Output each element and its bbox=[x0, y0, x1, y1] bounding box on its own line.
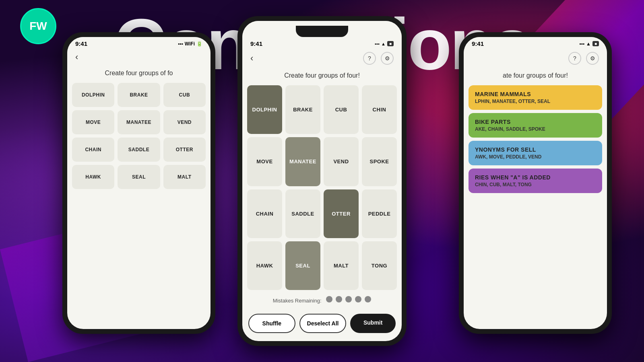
result-words-0: LPHIN, MANATEE, OTTER, SEAL bbox=[475, 99, 596, 104]
signal-bars-icon: ▪▪▪ bbox=[375, 41, 380, 46]
word-tile-spoke[interactable]: SPOKE bbox=[362, 137, 397, 186]
fw-logo: FW bbox=[20, 8, 56, 44]
center-nav-bar: ‹ ? ⚙ bbox=[242, 49, 402, 68]
center-phone: 9:41 ▪▪▪ ▲ ■ ‹ ? ⚙ Create four groups of… bbox=[237, 16, 407, 346]
word-tile-saddle[interactable]: SADDLE bbox=[285, 189, 320, 238]
battery-icon: 🔋 bbox=[196, 41, 202, 47]
signal-icon-right: ▪▪▪ bbox=[579, 41, 584, 47]
center-status-time: 9:41 bbox=[250, 40, 262, 47]
word-tile-seal[interactable]: SEAL bbox=[285, 241, 320, 290]
left-tile-malt[interactable]: MALT bbox=[163, 165, 206, 189]
dot-3 bbox=[345, 296, 352, 302]
right-help-button[interactable]: ? bbox=[568, 52, 581, 65]
word-tile-dolphin[interactable]: DOLPHIN bbox=[247, 85, 282, 134]
left-nav-bar: ‹ bbox=[67, 49, 211, 66]
center-status-icons: ▪▪▪ ▲ ■ bbox=[375, 41, 394, 46]
right-settings-button[interactable]: ⚙ bbox=[586, 52, 599, 65]
result-category-2: YNONYMS FOR SELL bbox=[475, 146, 596, 153]
submit-button[interactable]: Submit bbox=[350, 314, 396, 333]
left-phone-screen: 9:41 ▪▪▪ WiFi 🔋 ‹ Create four groups of … bbox=[67, 37, 211, 329]
left-status-bar: 9:41 ▪▪▪ WiFi 🔋 bbox=[67, 37, 211, 49]
word-tile-otter[interactable]: OTTER bbox=[324, 189, 359, 238]
dot-4 bbox=[355, 296, 361, 302]
word-tile-manatee[interactable]: MANATEE bbox=[285, 137, 320, 186]
left-tile-dolphin[interactable]: DOLPHIN bbox=[72, 83, 114, 107]
word-tile-cub[interactable]: CUB bbox=[324, 85, 359, 134]
center-notch-area bbox=[242, 21, 402, 37]
center-status-bar: 9:41 ▪▪▪ ▲ ■ bbox=[242, 37, 402, 49]
dot-2 bbox=[336, 296, 342, 302]
left-tile-seal[interactable]: SEAL bbox=[118, 165, 160, 189]
notch bbox=[296, 26, 348, 37]
right-nav-bar: ‹ ? ⚙ bbox=[464, 49, 607, 68]
word-tile-chain[interactable]: CHAIN bbox=[247, 189, 282, 238]
shuffle-button[interactable]: Shuffle bbox=[248, 314, 295, 333]
right-phone-screen: 9:41 ▪▪▪ ▲ ■ ‹ ? ⚙ ate four groups of fo… bbox=[464, 37, 607, 329]
result-category-0: MARINE MAMMALS bbox=[475, 91, 596, 97]
result-words-1: AKE, CHAIN, SADDLE, SPOKE bbox=[475, 126, 596, 132]
word-tile-vend[interactable]: VEND bbox=[324, 137, 359, 186]
left-tile-manatee[interactable]: MANATEE bbox=[118, 110, 160, 134]
word-tile-chin[interactable]: CHIN bbox=[362, 85, 397, 134]
fw-logo-text: FW bbox=[29, 20, 47, 33]
right-nav-icons: ? ⚙ bbox=[568, 52, 599, 65]
dot-1 bbox=[326, 296, 332, 302]
center-back-button[interactable]: ‹ bbox=[250, 53, 253, 64]
word-tile-brake[interactable]: BRAKE bbox=[285, 85, 320, 134]
word-tile-hawk[interactable]: HAWK bbox=[247, 241, 282, 290]
center-game-subtitle: Create four groups of four! bbox=[242, 68, 402, 85]
left-tile-otter[interactable]: OTTER bbox=[163, 138, 206, 162]
left-back-button[interactable]: ‹ bbox=[75, 52, 78, 62]
dot-5 bbox=[365, 296, 371, 302]
result-category-1: BIKE PARTS bbox=[475, 119, 596, 125]
mistakes-dots bbox=[326, 296, 371, 302]
result-words-3: CHIN, CUB, MALT, TONG bbox=[475, 182, 596, 187]
left-tile-vend[interactable]: VEND bbox=[163, 110, 206, 134]
action-buttons: Shuffle Deselect All Submit bbox=[242, 310, 402, 341]
wifi-icon: WiFi bbox=[185, 41, 195, 47]
left-tile-move[interactable]: MOVE bbox=[72, 110, 114, 134]
deselect-button[interactable]: Deselect All bbox=[299, 314, 347, 333]
mistakes-section: Mistakes Remaining: bbox=[242, 290, 402, 310]
right-status-icons: ▪▪▪ ▲ ■ bbox=[579, 41, 599, 47]
left-tile-chain[interactable]: CHAIN bbox=[72, 138, 114, 162]
center-phone-screen: 9:41 ▪▪▪ ▲ ■ ‹ ? ⚙ Create four groups of… bbox=[242, 21, 402, 341]
word-tile-move[interactable]: MOVE bbox=[247, 137, 282, 186]
center-word-grid: DOLPHINBRAKECUBCHINMOVEMANATEEVENDSPOKEC… bbox=[242, 85, 402, 290]
word-tile-tong[interactable]: TONG bbox=[362, 241, 397, 290]
results-container: MARINE MAMMALSLPHIN, MANATEE, OTTER, SEA… bbox=[464, 85, 607, 196]
left-game-subtitle: Create four groups of fo bbox=[67, 66, 211, 83]
battery-icon-right: ■ bbox=[592, 41, 599, 46]
settings-button[interactable]: ⚙ bbox=[381, 52, 394, 65]
left-status-icons: ▪▪▪ WiFi 🔋 bbox=[178, 41, 202, 47]
result-words-2: AWK, MOVE, PEDDLE, VEND bbox=[475, 154, 596, 160]
center-nav-icons: ? ⚙ bbox=[363, 52, 394, 65]
left-tile-brake[interactable]: BRAKE bbox=[118, 83, 160, 107]
left-phone: 9:41 ▪▪▪ WiFi 🔋 ‹ Create four groups of … bbox=[62, 32, 215, 334]
phones-container: 9:41 ▪▪▪ WiFi 🔋 ‹ Create four groups of … bbox=[0, 0, 644, 362]
battery-icon: ■ bbox=[387, 41, 394, 46]
right-phone: 9:41 ▪▪▪ ▲ ■ ‹ ? ⚙ ate four groups of fo… bbox=[459, 32, 612, 334]
right-game-subtitle: ate four groups of four! bbox=[464, 68, 607, 85]
left-tile-cub[interactable]: CUB bbox=[163, 83, 206, 107]
wifi-icon-right: ▲ bbox=[586, 41, 591, 47]
left-tile-saddle[interactable]: SADDLE bbox=[118, 138, 160, 162]
signal-icon: ▪▪▪ bbox=[178, 41, 183, 47]
word-tile-malt[interactable]: MALT bbox=[324, 241, 359, 290]
result-category-3: RIES WHEN "A" IS ADDED bbox=[475, 174, 596, 181]
right-status-time: 9:41 bbox=[472, 40, 484, 47]
result-tile-3: RIES WHEN "A" IS ADDEDCHIN, CUB, MALT, T… bbox=[469, 169, 602, 193]
wifi-icon: ▲ bbox=[381, 41, 386, 46]
left-tile-hawk[interactable]: HAWK bbox=[72, 165, 114, 189]
left-word-grid: DOLPHINBRAKECUBMOVEMANATEEVENDCHAINSADDL… bbox=[67, 83, 211, 189]
left-status-time: 9:41 bbox=[75, 40, 87, 47]
right-status-bar: 9:41 ▪▪▪ ▲ ■ bbox=[464, 37, 607, 49]
word-tile-peddle[interactable]: PEDDLE bbox=[362, 189, 397, 238]
mistakes-label: Mistakes Remaining: bbox=[273, 298, 322, 304]
result-tile-2: YNONYMS FOR SELLAWK, MOVE, PEDDLE, VEND bbox=[469, 141, 602, 165]
result-tile-0: MARINE MAMMALSLPHIN, MANATEE, OTTER, SEA… bbox=[469, 85, 602, 110]
help-button[interactable]: ? bbox=[363, 52, 376, 65]
result-tile-1: BIKE PARTSAKE, CHAIN, SADDLE, SPOKE bbox=[469, 113, 602, 138]
